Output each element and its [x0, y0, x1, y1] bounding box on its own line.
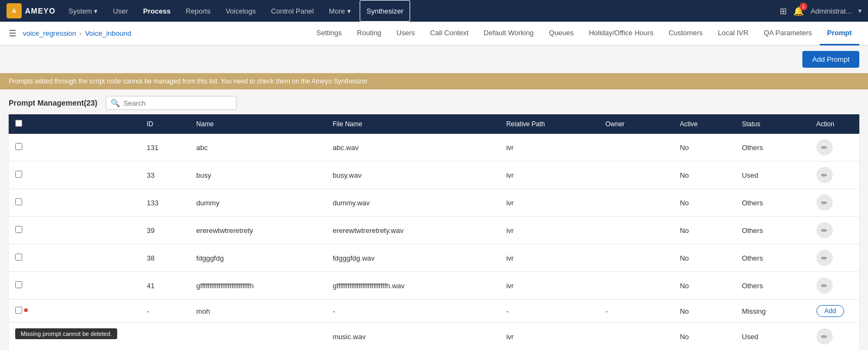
cell-name: busy — [190, 161, 326, 189]
add-row-button[interactable]: Add — [816, 305, 844, 317]
cell-status: Others — [735, 244, 809, 272]
logo[interactable]: A AMEYO — [7, 3, 55, 18]
col-filename: File Name — [326, 114, 500, 134]
nav-item-process[interactable]: Process — [137, 0, 177, 22]
col-path: Relative Path — [500, 114, 599, 134]
cell-id: 38 — [140, 244, 189, 272]
prompt-table: ID Name File Name Relative Path Owner Ac… — [9, 114, 859, 350]
edit-button[interactable]: ✏ — [816, 328, 833, 345]
nav-right: ⊞ 🔔 1 Administrat... ▾ — [780, 6, 861, 16]
row-checkbox[interactable] — [15, 143, 22, 150]
cell-name: fdgggfdg — [190, 244, 326, 272]
table-row: 41 gfffffffffffffffffffffffffffh gffffff… — [9, 272, 859, 300]
row-checkbox[interactable] — [15, 254, 22, 261]
sub-nav-queues[interactable]: Queues — [541, 22, 582, 46]
table-row-missing: ● - moh - - - No Missing Add — [9, 300, 859, 323]
cell-path: ivr — [500, 272, 599, 300]
sub-nav-routing[interactable]: Routing — [349, 22, 389, 46]
cell-status: Others — [735, 134, 809, 161]
nav-item-voicelogs[interactable]: Voicelogs — [219, 0, 263, 22]
cell-status: Used — [735, 161, 809, 189]
nav-item-system[interactable]: System ▾ — [62, 0, 104, 22]
cell-owner — [599, 272, 673, 300]
admin-dropdown-icon[interactable]: ▾ — [858, 7, 861, 15]
add-prompt-button[interactable]: Add Prompt — [802, 51, 859, 68]
cell-filename: fdgggfdg.wav — [326, 244, 500, 272]
edit-button[interactable]: ✏ — [816, 139, 833, 155]
nav-item-more[interactable]: More ▾ — [322, 0, 357, 22]
cell-active: No — [673, 244, 735, 272]
logo-icon: A — [7, 3, 22, 18]
table-row: 39 ererewtwtreretrety ererewtwtreretrety… — [9, 217, 859, 244]
sub-nav-holiday[interactable]: Holiday/Office Hours — [581, 22, 661, 46]
cell-owner — [599, 189, 673, 217]
cell-status: Others — [735, 217, 809, 244]
edit-button[interactable]: ✏ — [816, 195, 833, 211]
sub-nav-call-context[interactable]: Call Context — [423, 22, 476, 46]
search-input[interactable] — [123, 99, 232, 107]
select-all-checkbox[interactable] — [15, 120, 22, 127]
notification-icon[interactable]: 🔔 1 — [793, 6, 804, 16]
cell-filename: dummy.wav — [326, 189, 500, 217]
cell-owner: - — [599, 300, 673, 323]
cell-status: Missing — [735, 300, 809, 323]
edit-button[interactable]: ✏ — [816, 167, 833, 183]
row-checkbox[interactable] — [15, 281, 22, 288]
row-checkbox[interactable] — [15, 198, 22, 205]
nav-item-synthesizer[interactable]: Synthesizer — [360, 0, 411, 22]
cell-name: ererewtwtreretrety — [190, 217, 326, 244]
cell-id: 133 — [140, 189, 189, 217]
edit-button[interactable]: ✏ — [816, 277, 833, 294]
cell-path: ivr — [500, 189, 599, 217]
table-row: 33 busy busy.wav ivr No Used ✏ — [9, 161, 859, 189]
cell-path: ivr — [500, 323, 599, 351]
cell-status: Others — [735, 272, 809, 300]
cell-name: gfffffffffffffffffffffffffffh — [190, 272, 326, 300]
cell-filename: gfffffffffffffffffffffffffffh.wav — [326, 272, 500, 300]
breadcrumb-voice-regression[interactable]: voice_regression — [23, 29, 76, 37]
table-row: 131 abc abc.wav ivr No Others ✏ — [9, 134, 859, 161]
edit-button[interactable]: ✏ — [816, 222, 833, 238]
warning-text: Prompts added through the script node ca… — [9, 77, 369, 85]
col-status: Status — [735, 114, 809, 134]
cell-path: ivr — [500, 244, 599, 272]
admin-label[interactable]: Administrat... — [810, 7, 852, 15]
sub-nav-customers[interactable]: Customers — [661, 22, 710, 46]
row-checkbox[interactable] — [15, 307, 22, 314]
cell-path: ivr — [500, 134, 599, 161]
cell-status: Others — [735, 189, 809, 217]
row-checkbox[interactable] — [15, 226, 22, 233]
col-active: Active — [673, 114, 735, 134]
sub-nav-prompt[interactable]: Prompt — [820, 22, 860, 46]
sub-nav-default-working[interactable]: Default Working — [476, 22, 541, 46]
nav-item-user[interactable]: User — [106, 0, 134, 22]
edit-button[interactable]: ✏ — [816, 250, 833, 266]
sub-nav-local-ivr[interactable]: Local IVR — [710, 22, 756, 46]
cell-id: - — [140, 300, 189, 323]
cell-active: No — [673, 323, 735, 351]
nav-item-reports[interactable]: Reports — [179, 0, 217, 22]
sub-nav-settings[interactable]: Settings — [309, 22, 349, 46]
table-row: 38 fdgggfdg fdgggfdg.wav ivr No Others ✏ — [9, 244, 859, 272]
breadcrumb: voice_regression › Voice_inbound — [23, 29, 131, 37]
cell-active: No — [673, 217, 735, 244]
sub-nav-users[interactable]: Users — [389, 22, 423, 46]
cell-status: Used — [735, 323, 809, 351]
hamburger-icon[interactable]: ☰ — [9, 28, 16, 38]
cell-owner — [599, 217, 673, 244]
table-row: Missing prompt cannot be deleted. music.… — [9, 323, 859, 351]
breadcrumb-separator: › — [79, 29, 81, 37]
grid-icon[interactable]: ⊞ — [780, 6, 787, 16]
sub-nav-qa-parameters[interactable]: QA Parameters — [756, 22, 820, 46]
table-top: Prompt Management(23) 🔍 — [9, 96, 859, 110]
cell-name: moh — [190, 300, 326, 323]
col-owner: Owner — [599, 114, 673, 134]
table-title: Prompt Management(23) — [9, 99, 97, 107]
cell-owner — [599, 161, 673, 189]
col-action: Action — [810, 114, 859, 134]
row-checkbox[interactable] — [15, 171, 22, 178]
table-row: 133 dummy dummy.wav ivr No Others ✏ — [9, 189, 859, 217]
cell-id: 39 — [140, 217, 189, 244]
nav-item-controlpanel[interactable]: Control Panel — [265, 0, 321, 22]
breadcrumb-voice-inbound[interactable]: Voice_inbound — [85, 29, 131, 37]
